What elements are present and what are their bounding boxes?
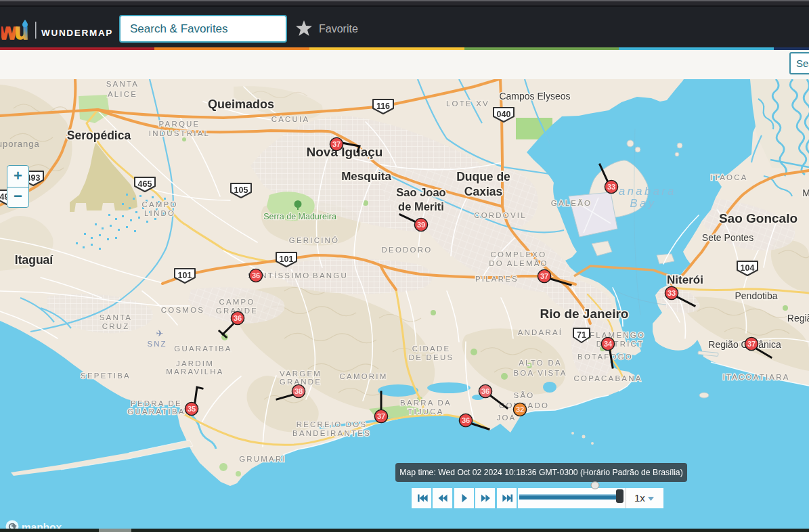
svg-text:CRUZ: CRUZ	[102, 322, 130, 330]
svg-text:Nova Iguaçu: Nova Iguaçu	[307, 145, 383, 159]
svg-text:CAMPO: CAMPO	[219, 298, 255, 306]
svg-text:Campos Elyseos: Campos Elyseos	[499, 91, 570, 102]
svg-text:71: 71	[577, 330, 586, 340]
svg-text:33: 33	[668, 289, 676, 297]
svg-text:LOTE XV: LOTE XV	[446, 99, 489, 108]
svg-text:36: 36	[234, 314, 242, 322]
svg-text:CIDADE: CIDADE	[412, 345, 451, 353]
svg-text:GUARATIBA: GUARATIBA	[127, 407, 185, 416]
svg-text:ALICE: ALICE	[108, 90, 137, 98]
svg-text:WUNDERMAP: WUNDERMAP	[41, 28, 113, 38]
svg-text:Niterói: Niterói	[667, 273, 703, 286]
svg-text:ITACOATIARA: ITACOATIARA	[722, 373, 789, 381]
svg-text:DO ALEMÃO: DO ALEMÃO	[489, 259, 548, 267]
svg-text:PARQUE: PARQUE	[159, 120, 200, 128]
svg-text:ˇanabara: ˇanabara	[613, 185, 676, 197]
svg-text:Região: Região	[787, 313, 809, 324]
svg-text:BOA VISTA: BOA VISTA	[513, 369, 567, 377]
svg-text:ANDARAÍ: ANDARAÍ	[518, 328, 563, 336]
svg-text:SANTA: SANTA	[100, 313, 133, 322]
svg-text:BANGU: BANGU	[313, 271, 348, 280]
svg-text:Sete Pontes: Sete Pontes	[702, 232, 753, 243]
svg-text:Serra de Madureira: Serra de Madureira	[263, 212, 336, 221]
svg-text:36: 36	[462, 416, 470, 424]
svg-text:040: 040	[497, 110, 511, 119]
svg-text:35: 35	[188, 405, 196, 413]
svg-text:Duque de: Duque de	[456, 170, 510, 183]
svg-text:GERICINÓ: GERICINÓ	[289, 236, 339, 244]
svg-text:39: 39	[417, 221, 425, 229]
svg-text:JOÁ: JOÁ	[497, 414, 517, 422]
svg-text:FLAMENGO: FLAMENGO	[590, 331, 645, 339]
svg-text:465: 465	[138, 179, 152, 189]
svg-text:COSMOS: COSMOS	[161, 306, 204, 314]
svg-text:Itaguaí: Itaguaí	[15, 253, 54, 267]
svg-text:M: M	[802, 187, 809, 198]
svg-text:tuporanga: tuporanga	[0, 139, 40, 149]
svg-text:LINDO: LINDO	[144, 209, 175, 217]
svg-text:✈: ✈	[156, 328, 164, 338]
svg-text:CAMPO: CAMPO	[141, 200, 177, 208]
svg-text:37: 37	[747, 340, 756, 348]
svg-text:Rio de Janeiro: Rio de Janeiro	[540, 307, 629, 321]
svg-text:Queimados: Queimados	[208, 97, 274, 111]
svg-text:104: 104	[741, 263, 755, 273]
svg-text:DEODORO: DEODORO	[382, 246, 433, 254]
svg-text:BANDEIRANTES: BANDEIRANTES	[292, 429, 371, 437]
svg-text:SÃO: SÃO	[514, 391, 535, 399]
svg-text:GUARATIBA: GUARATIBA	[174, 345, 232, 353]
svg-text:Sao Goncalo: Sao Goncalo	[719, 211, 797, 225]
svg-text:ALTO DA: ALTO DA	[519, 359, 562, 367]
svg-text:SEPETIBA: SEPETIBA	[81, 372, 131, 380]
svg-text:INDUSTRIAL: INDUSTRIAL	[149, 129, 210, 137]
svg-text:Caxias: Caxias	[464, 185, 503, 198]
svg-text:DE DEUS: DE DEUS	[409, 353, 454, 361]
svg-text:36: 36	[252, 271, 260, 280]
svg-text:101: 101	[280, 254, 294, 264]
svg-text:VARGEM: VARGEM	[280, 370, 322, 378]
svg-text:105: 105	[234, 185, 248, 195]
svg-text:37: 37	[332, 140, 341, 148]
svg-text:CORDOVIL: CORDOVIL	[474, 211, 527, 219]
svg-text:101: 101	[178, 271, 192, 280]
svg-text:Mesquita: Mesquita	[341, 170, 391, 183]
svg-text:Pendotiba: Pendotiba	[735, 290, 777, 301]
svg-text:Sao Joao: Sao Joao	[396, 186, 445, 198]
svg-text:GALEÃO: GALEÃO	[551, 199, 592, 207]
svg-text:Bay: Bay	[630, 197, 657, 209]
svg-text:GRUMARI: GRUMARI	[239, 455, 286, 463]
svg-text:RECREIO DOS: RECREIO DOS	[297, 420, 368, 428]
svg-text:Seropédica: Seropédica	[67, 129, 131, 142]
svg-text:TIJUCA: TIJUCA	[408, 407, 443, 416]
svg-text:CAMORIM: CAMORIM	[340, 372, 388, 380]
svg-text:116: 116	[376, 102, 390, 111]
svg-text:COMPLEXO: COMPLEXO	[491, 250, 547, 259]
svg-text:MARAVILHA: MARAVILHA	[166, 368, 223, 376]
svg-text:33: 33	[607, 183, 615, 191]
svg-text:de Meriti: de Meriti	[398, 200, 444, 213]
svg-text:36: 36	[481, 387, 489, 395]
svg-text:COPACABANA: COPACABANA	[573, 374, 642, 382]
svg-text:PEDRA DE: PEDRA DE	[131, 399, 182, 407]
svg-text:BOTAFOGO: BOTAFOGO	[577, 353, 633, 361]
svg-text:37: 37	[377, 412, 385, 420]
svg-text:SNZ: SNZ	[148, 340, 167, 348]
svg-text:37: 37	[540, 272, 548, 280]
svg-text:CACUIA: CACUIA	[271, 115, 310, 123]
svg-text:34: 34	[604, 340, 613, 348]
svg-text:32: 32	[516, 405, 524, 414]
svg-text:SANTA: SANTA	[106, 80, 139, 88]
svg-text:38: 38	[294, 387, 303, 395]
svg-text:ITAOCA: ITAOCA	[710, 173, 747, 181]
svg-text:BARRA DA: BARRA DA	[400, 399, 452, 407]
svg-text:PILARES: PILARES	[475, 275, 519, 283]
svg-text:JARDIM: JARDIM	[176, 359, 214, 368]
